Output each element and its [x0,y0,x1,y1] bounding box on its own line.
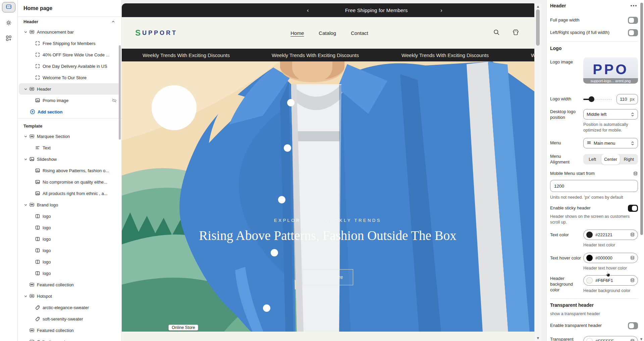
tree-item-label: logo [43,214,51,219]
tree-item-rising-above-patterns-fashion-o[interactable]: Rising above Patterns, fashion o... [19,165,120,176]
nav-link-contact[interactable]: Contact [351,30,368,36]
preview-scrollbar[interactable]: ▲ ▼ [534,3,541,341]
transparent-text-color-field[interactable]: #FFFFFF [583,336,638,341]
alignment-option-center[interactable]: Center [601,154,620,164]
dynamic-source-icon[interactable] [630,339,635,341]
scroll-up-icon[interactable]: ▲ [535,4,541,9]
alignment-option-right[interactable]: Right [620,154,638,164]
lr-spacing-toggle[interactable] [628,29,638,36]
section-tree: HeaderAnnouncement barFree Shipping for … [17,17,121,341]
dynamic-source-icon[interactable] [633,171,638,176]
full-page-width-toggle[interactable] [628,17,638,24]
store-logo[interactable]: SUPPORT [135,17,177,49]
tree-item-hotspot[interactable]: Hotspot [19,290,120,302]
tree-item-promo-image[interactable]: Promo image [19,95,120,106]
tree-item-label: Header [37,87,51,92]
preview-scroll-thumb[interactable] [536,9,540,46]
dynamic-source-icon[interactable] [630,278,635,283]
enable-transparent-toggle[interactable] [628,322,638,329]
tree-item-logo[interactable]: logo [19,222,120,233]
tree-item-brand-logo[interactable]: Brand logo [19,199,120,210]
text-hover-color-row: Text hover color #000000 Header text hov… [550,253,638,271]
tree-item-slideshow[interactable]: Slideshow [19,153,120,165]
chevron-down-icon[interactable] [23,134,28,139]
tree-item-logo[interactable]: logo [19,210,120,222]
section-block-icon [29,282,35,287]
tree-item-soft-serenity-sweater[interactable]: soft-serenity-sweater [19,313,120,325]
sidebar-scrollbar[interactable] [119,45,121,140]
chevron-down-icon[interactable] [23,340,28,341]
rail-sections-button[interactable] [2,2,15,12]
chevron-down-icon[interactable] [23,30,28,34]
collapse-chevron-up-icon[interactable] [111,19,115,24]
mobile-menu-start-input[interactable]: 1200 [550,180,638,192]
dynamic-source-icon[interactable] [630,232,635,237]
tree-item-marquee-section[interactable]: Marquee Section [19,131,120,142]
panel-scroll-thumb[interactable] [640,3,643,235]
tree-item-featured-collection[interactable]: Featured collection [19,279,120,290]
tree-item-logo[interactable]: logo [19,233,120,245]
tree-item-announcement-bar[interactable]: Announcement bar [19,26,120,38]
chevron-down-icon[interactable] [23,203,28,207]
tree-item-all-products-right-from-ethnic-a[interactable]: All products right from ethnic , a... [19,188,120,199]
sticky-header-toggle[interactable] [628,205,638,212]
logo-image-thumbnail[interactable]: PPO support-logo... arent.png [583,57,638,84]
chevron-down-icon[interactable] [23,157,28,161]
tree-item-welcome-to-our-store[interactable]: Welcome To Our Store [19,72,120,83]
tree-item-header[interactable]: Header [19,83,120,95]
announcement-next-arrow[interactable]: › [440,3,442,17]
tree-item-logo[interactable]: logo [19,267,120,279]
tree-item-no-compromise-on-quality-eithe[interactable]: No compromise on quality eithe... [19,176,120,188]
tree-item-label: Collections category [37,339,76,341]
desktop-logo-position-select[interactable]: Middle left [583,109,638,119]
tree-item-featured-collection[interactable]: Featured collection [19,325,120,336]
scroll-down-icon[interactable]: ▼ [535,335,541,341]
tree-item-one-day-delivery-available-in-us[interactable]: One Day Delivery Available in US [19,60,120,72]
tree-item-label: One Day Delivery Available in US [43,64,107,69]
text-hover-color-field[interactable]: #000000 [583,253,638,263]
columns-block-icon [35,213,40,219]
tree-item-collections-category[interactable]: Collections category [19,336,120,341]
bag-icon[interactable] [512,29,520,38]
image-block-icon [35,179,40,185]
tree-item-label: logo [43,271,51,276]
alignment-option-left[interactable]: Left [583,154,601,164]
header-bg-color-field[interactable]: #F6F6F1 [583,275,638,286]
eye-off-icon[interactable] [112,98,117,103]
tree-item-label: Rising above Patterns, fashion o... [43,168,109,173]
image-block-icon [35,191,40,196]
color-swatch [586,255,593,261]
rail-app-embeds-button[interactable] [2,33,15,45]
tree-item-label: arctic-elegance-sweater [43,305,89,310]
slider-knob[interactable] [589,96,594,102]
add-section-button[interactable]: Add section [19,106,120,117]
panel-scroll-down-icon[interactable]: ▼ [639,337,644,341]
tree-item-text[interactable]: Text [19,142,120,153]
tree-item-label: Slideshow [37,157,57,162]
nav-link-catalog[interactable]: Catalog [319,30,336,36]
color-swatch [586,338,593,341]
tree-item-label: Free Shipping for Members [43,41,96,46]
announcement-prev-arrow[interactable]: ‹ [307,3,309,17]
discover-more-button[interactable]: Discover More [303,269,353,285]
tree-item-40-off-store-wide-use-code[interactable]: 40% OFF Store Wide Use Code ... [19,49,120,60]
tree-item-logo[interactable]: logo [19,256,120,267]
menu-select[interactable]: Main menu [583,138,638,148]
tree-item-free-shipping-for-members[interactable]: Free Shipping for Members [19,38,120,49]
dynamic-source-icon[interactable] [630,255,635,260]
group-label-template: Template [17,118,121,131]
more-options-icon[interactable] [629,4,638,8]
online-store-badge: Online Store [168,325,198,331]
logo-width-slider[interactable] [583,96,612,103]
rail-settings-button[interactable] [2,18,15,29]
chevron-down-icon[interactable] [23,294,28,298]
section-block-icon [29,339,35,341]
logo-width-input[interactable]: 110 px [616,94,638,104]
nav-link-home[interactable]: Home [290,30,304,36]
search-icon[interactable] [493,29,500,38]
tree-item-arctic-elegance-sweater[interactable]: arctic-elegance-sweater [19,302,120,313]
text-color-field[interactable]: #222121 [583,230,638,240]
chevron-down-icon[interactable] [23,87,28,91]
columns-block-icon [35,225,40,230]
tree-item-logo[interactable]: logo [19,245,120,256]
